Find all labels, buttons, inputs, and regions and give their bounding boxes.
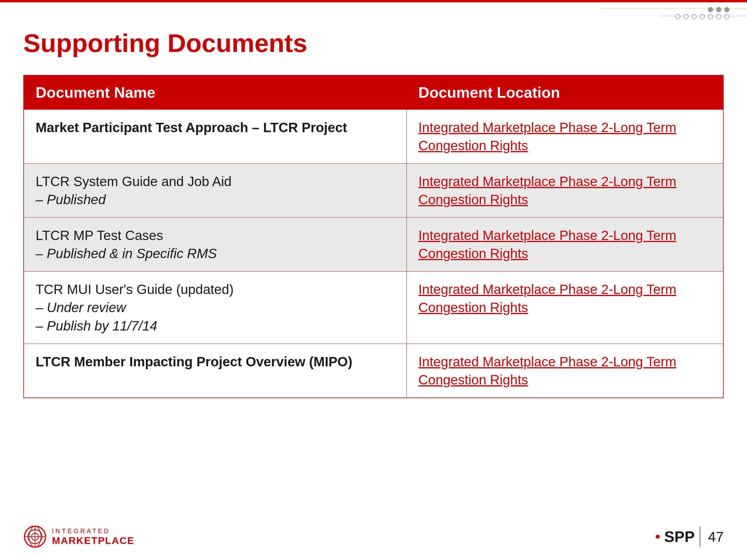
spp-label: SPP xyxy=(664,528,695,545)
doc-name-text: LTCR MP Test Cases– Published & in Speci… xyxy=(35,226,395,263)
nav-dot xyxy=(716,14,721,19)
table-row: LTCR MP Test Cases– Published & in Speci… xyxy=(24,218,723,271)
nav-dot xyxy=(724,14,729,19)
documents-table: Document Name Document Location Market P… xyxy=(23,75,724,398)
nav-dot xyxy=(684,14,689,19)
doc-name-text: Market Participant Test Approach – LTCR … xyxy=(35,118,395,136)
nav-dots-row2 xyxy=(675,14,729,19)
doc-name-text: TCR MUI User's Guide (updated)– Under re… xyxy=(35,280,395,335)
nav-dot xyxy=(692,14,697,19)
doc-name-cell: TCR MUI User's Guide (updated)– Under re… xyxy=(24,271,407,344)
main-content: Supporting Documents Document Name Docum… xyxy=(23,29,724,502)
doc-name-text: LTCR System Guide and Job Aid– Published xyxy=(35,172,395,209)
im-logo-text: INTEGRATED MARKETPLACE xyxy=(52,527,134,546)
page-number: 47 xyxy=(708,529,724,545)
im-logo-top-text: INTEGRATED xyxy=(52,527,134,535)
nav-dot xyxy=(724,7,729,12)
nav-dots-container xyxy=(675,7,729,19)
nav-dot xyxy=(700,14,705,19)
im-logo: INTEGRATED MARKETPLACE xyxy=(23,525,134,548)
doc-link[interactable]: Integrated Marketplace Phase 2-Long Term… xyxy=(418,280,712,317)
table-header-row: Document Name Document Location xyxy=(24,75,723,110)
col-header-doc-location: Document Location xyxy=(407,75,723,110)
page-title: Supporting Documents xyxy=(23,29,724,57)
doc-location-cell[interactable]: Integrated Marketplace Phase 2-Long Term… xyxy=(407,109,723,163)
spp-divider xyxy=(699,527,701,547)
nav-dot xyxy=(716,7,721,12)
table-row: LTCR System Guide and Job Aid– Published… xyxy=(24,163,723,217)
doc-location-cell[interactable]: Integrated Marketplace Phase 2-Long Term… xyxy=(407,344,723,398)
doc-link[interactable]: Integrated Marketplace Phase 2-Long Term… xyxy=(418,172,712,209)
doc-location-cell[interactable]: Integrated Marketplace Phase 2-Long Term… xyxy=(407,163,723,217)
doc-name-cell: Market Participant Test Approach – LTCR … xyxy=(24,109,407,163)
nav-dot xyxy=(708,7,713,12)
doc-name-cell: LTCR System Guide and Job Aid– Published xyxy=(24,163,407,217)
table-row: LTCR Member Impacting Project Overview (… xyxy=(24,344,723,398)
doc-name-text: LTCR Member Impacting Project Overview (… xyxy=(35,353,395,371)
footer: INTEGRATED MARKETPLACE SPP 47 xyxy=(23,525,724,548)
doc-link[interactable]: Integrated Marketplace Phase 2-Long Term… xyxy=(418,118,712,155)
doc-link[interactable]: Integrated Marketplace Phase 2-Long Term… xyxy=(418,226,712,263)
doc-location-cell[interactable]: Integrated Marketplace Phase 2-Long Term… xyxy=(407,218,723,271)
table-row: Market Participant Test Approach – LTCR … xyxy=(24,109,723,163)
table-row: TCR MUI User's Guide (updated)– Under re… xyxy=(24,271,723,344)
doc-link[interactable]: Integrated Marketplace Phase 2-Long Term… xyxy=(418,353,712,389)
doc-name-cell: LTCR Member Impacting Project Overview (… xyxy=(24,344,407,398)
spp-logo-area: SPP 47 xyxy=(656,527,724,547)
doc-location-cell[interactable]: Integrated Marketplace Phase 2-Long Term… xyxy=(407,271,723,344)
nav-dots-row1 xyxy=(708,7,729,12)
spp-dot-icon xyxy=(656,535,660,539)
doc-name-cell: LTCR MP Test Cases– Published & in Speci… xyxy=(24,218,407,271)
nav-dot xyxy=(708,14,713,19)
col-header-doc-name: Document Name xyxy=(24,75,407,110)
im-logo-bottom-text: MARKETPLACE xyxy=(52,535,134,546)
integrated-marketplace-icon xyxy=(23,525,47,548)
nav-dot xyxy=(675,14,680,19)
